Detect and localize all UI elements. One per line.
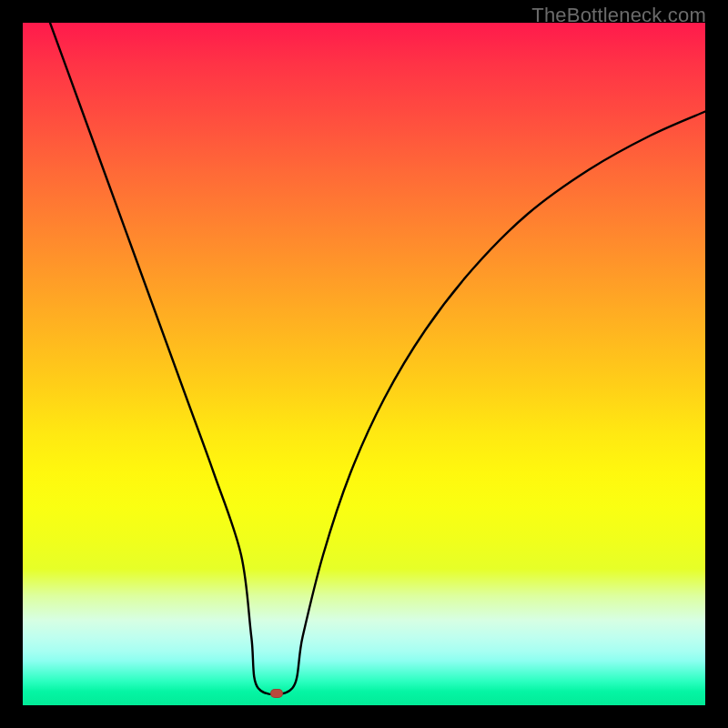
chart-area	[23, 23, 705, 705]
optimal-point-marker	[270, 689, 283, 698]
bottleneck-curve	[23, 23, 705, 705]
watermark-text: TheBottleneck.com	[531, 4, 706, 27]
